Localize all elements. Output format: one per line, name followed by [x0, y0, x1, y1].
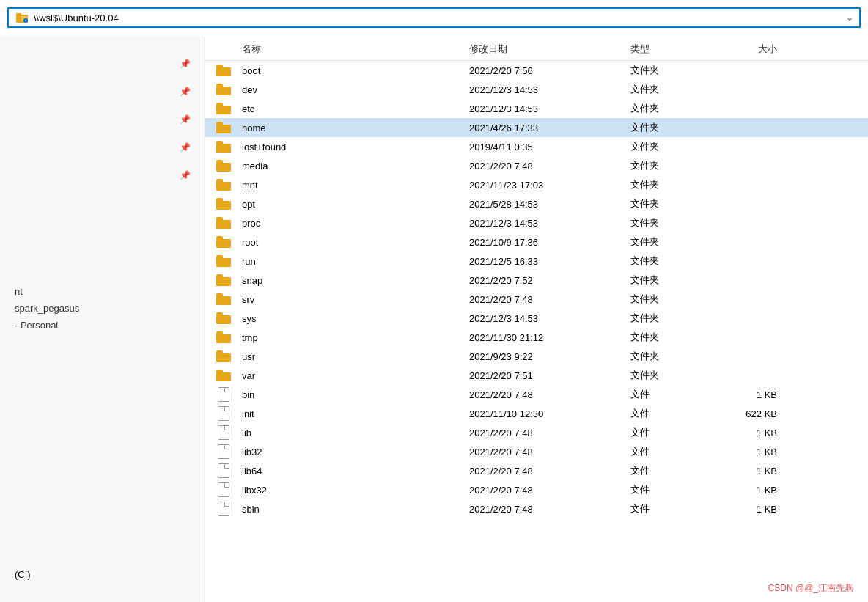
file-date: 2021/2/20 7:48: [469, 466, 630, 477]
sidebar-item-spark[interactable]: spark_pegasus: [15, 300, 205, 317]
file-icon-cell: [205, 370, 242, 381]
file-type: 文件: [630, 445, 718, 458]
file-date: 2021/12/3 14:53: [469, 103, 630, 114]
folder-icon: [216, 370, 231, 381]
file-type: 文件夹: [630, 197, 718, 210]
file-type: 文件夹: [630, 274, 718, 287]
sidebar-pin-area: 📌 📌 📌 📌 📌: [0, 37, 205, 180]
folder-icon: [216, 65, 231, 76]
address-bar-dropdown-icon[interactable]: ⌄: [846, 12, 853, 23]
sidebar-item-nt[interactable]: nt: [15, 283, 205, 300]
pin-icon-5[interactable]: 📌: [180, 170, 190, 180]
sidebar-item-personal[interactable]: - Personal: [15, 317, 205, 334]
table-row[interactable]: dev2021/12/3 14:53文件夹: [205, 80, 868, 99]
col-header-type[interactable]: 类型: [630, 43, 718, 56]
pin-icon-1[interactable]: 📌: [180, 59, 190, 69]
file-type: 文件夹: [630, 312, 718, 325]
file-type: 文件夹: [630, 102, 718, 115]
table-row[interactable]: tmp2021/11/30 21:12文件夹: [205, 328, 868, 347]
folder-icon: [216, 217, 231, 229]
file-type: 文件夹: [630, 159, 718, 172]
file-name: lost+found: [242, 142, 469, 153]
table-row[interactable]: mnt2021/11/23 17:03文件夹: [205, 175, 868, 194]
folder-icon: [216, 160, 231, 172]
table-row[interactable]: sys2021/12/3 14:53文件夹: [205, 309, 868, 328]
file-date: 2019/4/11 0:35: [469, 142, 630, 153]
table-row[interactable]: root2021/10/9 17:36文件夹: [205, 232, 868, 252]
table-row[interactable]: media2021/2/20 7:48文件夹: [205, 156, 868, 175]
file-icon-cell: [205, 84, 242, 95]
file-type: 文件夹: [630, 216, 718, 230]
table-row[interactable]: boot2021/2/20 7:56文件夹: [205, 61, 868, 80]
file-date: 2021/12/5 16:33: [469, 256, 630, 267]
address-bar[interactable]: ↑ \\wsl$\Ubuntu-20.04 ⌄: [7, 7, 861, 28]
file-icon-cell: [205, 122, 242, 133]
file-list-container[interactable]: 名称 修改日期 类型 大小 boot2021/2/20 7:56文件夹dev20…: [205, 37, 868, 602]
file-name: usr: [242, 351, 469, 362]
file-name: var: [242, 370, 469, 381]
table-row[interactable]: home2021/4/26 17:33文件夹: [205, 118, 868, 137]
table-row[interactable]: bin2021/2/20 7:48文件1 KB: [205, 385, 868, 404]
file-type: 文件: [630, 407, 718, 420]
file-icon-cell: [205, 331, 242, 343]
table-row[interactable]: var2021/2/20 7:51文件夹: [205, 366, 868, 385]
file-icon-cell: [205, 387, 242, 402]
file-date: 2021/12/3 14:53: [469, 84, 630, 95]
pin-icon-4[interactable]: 📌: [180, 142, 190, 153]
file-type: 文件夹: [630, 350, 718, 363]
table-row[interactable]: usr2021/9/23 9:22文件夹: [205, 347, 868, 366]
folder-icon: [216, 331, 231, 343]
file-type: 文件夹: [630, 331, 718, 344]
table-row[interactable]: lib2021/2/20 7:48文件1 KB: [205, 423, 868, 442]
col-header-name[interactable]: 名称: [205, 43, 469, 56]
file-name: srv: [242, 294, 469, 305]
file-type: 文件: [630, 502, 718, 515]
file-icon-cell: [205, 293, 242, 305]
pin-icon-2[interactable]: 📌: [180, 87, 190, 97]
file-icon: [218, 463, 229, 478]
file-icon-cell: [205, 502, 242, 516]
file-type: 文件夹: [630, 293, 718, 306]
file-name: root: [242, 237, 469, 248]
file-date: 2021/2/20 7:48: [469, 485, 630, 496]
file-icon-cell: [205, 236, 242, 248]
sidebar-item-c-drive[interactable]: (C:): [15, 569, 31, 580]
table-row[interactable]: libx322021/2/20 7:48文件1 KB: [205, 480, 868, 499]
file-icon-cell: [205, 160, 242, 172]
table-row[interactable]: sbin2021/2/20 7:48文件1 KB: [205, 499, 868, 518]
table-row[interactable]: run2021/12/5 16:33文件夹: [205, 252, 868, 271]
table-row[interactable]: proc2021/12/3 14:53文件夹: [205, 213, 868, 232]
file-type: 文件: [630, 388, 718, 401]
file-name: opt: [242, 199, 469, 210]
file-date: 2021/5/28 14:53: [469, 199, 630, 210]
file-icon-cell: [205, 217, 242, 229]
file-rows: boot2021/2/20 7:56文件夹dev2021/12/3 14:53文…: [205, 61, 868, 518]
col-header-date[interactable]: 修改日期: [469, 43, 630, 56]
folder-icon: [216, 179, 231, 191]
file-name: lib: [242, 427, 469, 438]
file-type: 文件夹: [630, 140, 718, 153]
table-row[interactable]: lib322021/2/20 7:48文件1 KB: [205, 442, 868, 461]
file-icon-cell: [205, 274, 242, 286]
table-row[interactable]: srv2021/2/20 7:48文件夹: [205, 290, 868, 309]
file-name: sbin: [242, 504, 469, 515]
file-name: boot: [242, 65, 469, 76]
table-row[interactable]: lost+found2019/4/11 0:35文件夹: [205, 137, 868, 156]
file-type: 文件夹: [630, 369, 718, 382]
pin-icon-3[interactable]: 📌: [180, 114, 190, 125]
file-icon: [218, 444, 229, 459]
table-row[interactable]: init2021/11/10 12:30文件622 KB: [205, 404, 868, 423]
file-size: 1 KB: [718, 466, 792, 477]
file-date: 2021/4/26 17:33: [469, 122, 630, 133]
folder-icon: [216, 141, 231, 153]
folder-icon: [216, 122, 231, 133]
file-type: 文件: [630, 426, 718, 439]
table-row[interactable]: snap2021/2/20 7:52文件夹: [205, 271, 868, 290]
col-header-size[interactable]: 大小: [718, 43, 792, 56]
file-date: 2021/2/20 7:56: [469, 65, 630, 76]
table-row[interactable]: etc2021/12/3 14:53文件夹: [205, 99, 868, 118]
table-row[interactable]: lib642021/2/20 7:48文件1 KB: [205, 461, 868, 480]
file-size: 1 KB: [718, 389, 792, 400]
file-date: 2021/2/20 7:48: [469, 504, 630, 515]
table-row[interactable]: opt2021/5/28 14:53文件夹: [205, 194, 868, 213]
